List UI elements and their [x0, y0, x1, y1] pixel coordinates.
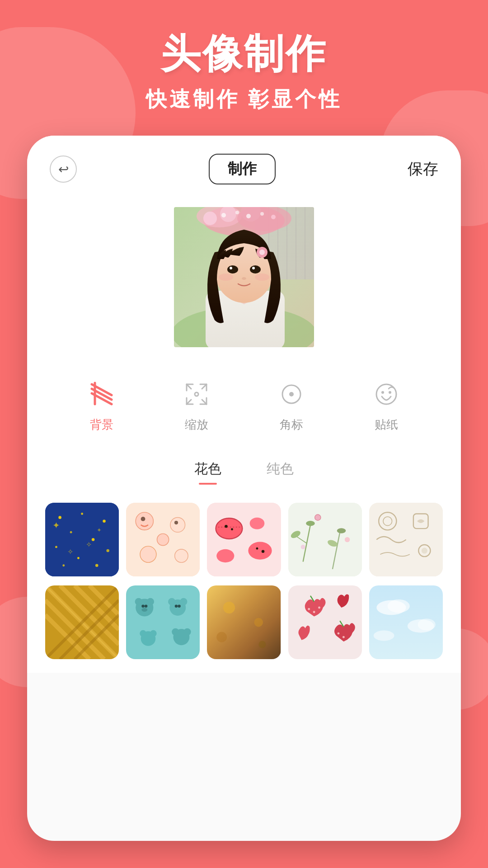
tool-corner-label: 角标	[280, 417, 303, 433]
tab-solid[interactable]: 纯色	[267, 460, 294, 485]
sub-title: 快速制作 彰显个性	[0, 85, 488, 113]
pattern-grid-row2	[27, 585, 461, 673]
pattern-red-berries[interactable]	[288, 585, 362, 659]
pattern-teal-bears[interactable]	[126, 585, 200, 659]
tool-background[interactable]: 背景	[86, 379, 117, 433]
svg-point-142	[318, 607, 320, 609]
tool-zoom-label: 缩放	[185, 417, 208, 433]
svg-point-18	[271, 215, 276, 219]
svg-point-15	[235, 211, 239, 214]
svg-point-58	[70, 531, 72, 533]
svg-point-61	[106, 549, 109, 552]
svg-point-55	[58, 516, 61, 519]
svg-text:✦: ✦	[97, 527, 102, 533]
svg-point-53	[389, 391, 391, 394]
pattern-sky-blue[interactable]	[369, 585, 443, 659]
svg-point-62	[77, 557, 80, 559]
tabs-row: 花色 纯色	[27, 442, 461, 494]
svg-point-28	[252, 267, 255, 269]
svg-point-125	[180, 598, 187, 605]
svg-point-64	[62, 564, 65, 566]
svg-point-26	[250, 265, 261, 274]
svg-point-149	[388, 599, 410, 613]
photo-frame	[174, 207, 314, 347]
svg-rect-77	[207, 503, 281, 576]
svg-point-133	[183, 628, 191, 636]
main-title: 头像制作	[0, 27, 488, 81]
tool-background-label: 背景	[90, 417, 113, 433]
svg-point-104	[422, 548, 427, 554]
app-header: ↩ 制作 保存	[27, 136, 461, 193]
tool-corner[interactable]: 角标	[276, 379, 307, 433]
svg-point-96	[314, 514, 320, 520]
phone-mockup: ↩ 制作 保存	[27, 136, 461, 841]
svg-text:✦: ✦	[52, 520, 60, 530]
pattern-autumn[interactable]	[207, 585, 281, 659]
svg-point-57	[103, 520, 106, 523]
back-button[interactable]: ↩	[50, 156, 77, 183]
svg-point-75	[175, 549, 188, 562]
svg-point-13	[203, 212, 217, 225]
svg-point-144	[337, 632, 339, 635]
toolbar: 背景	[27, 356, 461, 442]
svg-point-137	[217, 632, 227, 642]
svg-point-132	[172, 628, 179, 636]
svg-point-84	[256, 547, 258, 550]
svg-point-124	[168, 598, 175, 605]
background-icon	[86, 379, 117, 410]
svg-point-85	[262, 550, 265, 553]
svg-point-97	[344, 537, 349, 542]
svg-point-16	[246, 214, 251, 218]
corner-icon	[276, 379, 307, 410]
photo-placeholder	[174, 207, 314, 347]
svg-text:✧: ✧	[86, 540, 92, 548]
svg-point-25	[227, 265, 238, 274]
zoom-icon	[181, 379, 212, 410]
svg-point-14	[221, 213, 226, 217]
svg-point-72	[170, 518, 185, 533]
tool-sticker[interactable]: 贴纸	[371, 379, 402, 433]
svg-point-24	[259, 250, 265, 255]
svg-text:✧: ✧	[67, 547, 73, 556]
svg-point-98	[300, 545, 305, 549]
svg-point-120	[141, 605, 145, 608]
pattern-sketch[interactable]	[369, 503, 443, 576]
svg-point-27	[230, 267, 232, 269]
svg-rect-139	[288, 585, 362, 659]
pattern-blue-stars[interactable]: ✦ ✧ ✦ ✧	[45, 503, 119, 576]
svg-point-17	[260, 212, 264, 216]
svg-point-135	[223, 602, 235, 613]
tool-zoom[interactable]: 缩放	[181, 379, 212, 433]
svg-point-52	[381, 391, 384, 394]
svg-point-50	[289, 392, 294, 396]
svg-point-86	[217, 549, 235, 562]
active-tab-制作[interactable]: 制作	[209, 154, 276, 184]
pattern-watermelon[interactable]	[207, 503, 281, 576]
pattern-grid-row1: ✦ ✧ ✦ ✧	[27, 494, 461, 585]
svg-point-140	[308, 608, 310, 610]
svg-point-60	[55, 546, 57, 548]
tab-pattern-label: 花色	[194, 460, 221, 478]
tab-solid-label: 纯色	[267, 460, 294, 478]
svg-point-136	[254, 618, 263, 627]
svg-point-95	[337, 528, 346, 533]
svg-point-126	[175, 605, 178, 608]
svg-point-31	[255, 274, 269, 281]
pattern-botanical[interactable]	[288, 503, 362, 576]
svg-point-127	[178, 605, 181, 608]
svg-point-82	[231, 528, 233, 530]
svg-point-129	[140, 630, 146, 637]
tab-pattern-underline	[199, 483, 217, 485]
svg-point-151	[418, 619, 436, 631]
header-area: 头像制作 快速制作 彰显个性	[0, 27, 488, 113]
svg-point-87	[250, 518, 265, 529]
save-button[interactable]: 保存	[408, 159, 438, 179]
svg-point-29	[242, 277, 246, 280]
pattern-gold-weave[interactable]	[45, 585, 119, 659]
pattern-peach-cartoon[interactable]	[126, 503, 200, 576]
tool-sticker-label: 贴纸	[375, 417, 398, 433]
svg-point-76	[157, 534, 169, 546]
svg-point-121	[145, 605, 148, 608]
svg-point-145	[343, 636, 345, 638]
tab-pattern[interactable]: 花色	[194, 460, 221, 485]
